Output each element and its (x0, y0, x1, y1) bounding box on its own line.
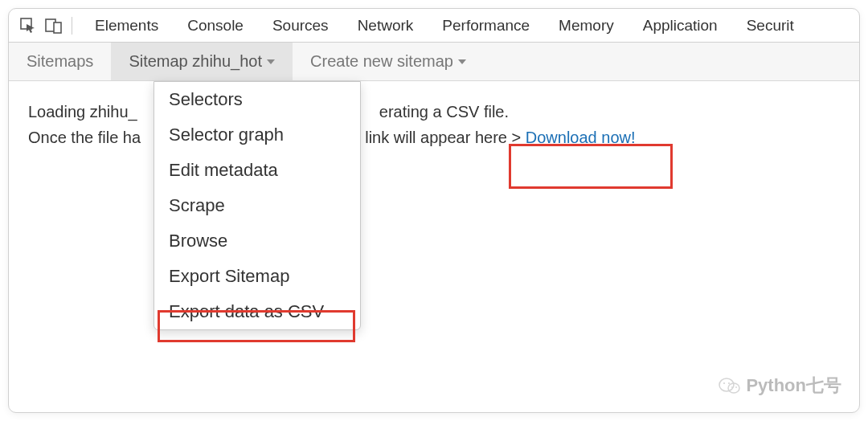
svg-point-7 (732, 386, 734, 388)
status-line-2: Once the file ha link will appear here >… (28, 125, 840, 150)
tab-security[interactable]: Securit (732, 9, 809, 42)
menu-item-export-csv[interactable]: Export data as CSV (154, 294, 360, 329)
tab-elements[interactable]: Elements (80, 9, 173, 42)
device-toggle-icon[interactable] (41, 18, 67, 34)
menu-item-label: Selector graph (169, 125, 284, 145)
tab-memory[interactable]: Memory (544, 9, 628, 42)
wechat-icon (719, 376, 741, 395)
ext-tab-label: Create new sitemap (310, 52, 453, 71)
extension-bar: Sitemaps Sitemap zhihu_hot Create new si… (9, 43, 859, 81)
caret-down-icon (458, 59, 466, 64)
tab-label: Securit (747, 17, 794, 35)
svg-point-8 (736, 386, 738, 388)
menu-item-edit-metadata[interactable]: Edit metadata (154, 153, 360, 188)
ext-tab-label: Sitemap zhihu_hot (129, 52, 262, 71)
devtools-panel: Elements Console Sources Network Perform… (8, 8, 860, 413)
menu-item-selector-graph[interactable]: Selector graph (154, 117, 360, 153)
sitemap-dropdown: Selectors Selector graph Edit metadata S… (154, 81, 361, 330)
ext-tab-label: Sitemaps (27, 52, 93, 71)
tab-label: Network (358, 17, 414, 35)
svg-point-6 (728, 382, 730, 384)
tab-label: Application (643, 17, 718, 35)
ext-tab-sitemaps[interactable]: Sitemaps (9, 43, 111, 80)
menu-item-export-sitemap[interactable]: Export Sitemap (154, 259, 360, 294)
watermark: Python七号 (719, 374, 841, 398)
menu-item-selectors[interactable]: Selectors (154, 82, 360, 117)
ext-tab-create[interactable]: Create new sitemap (293, 43, 484, 80)
svg-point-5 (723, 382, 725, 384)
tab-label: Elements (95, 17, 158, 35)
tab-performance[interactable]: Performance (428, 9, 544, 42)
text-fragment: Once the file ha (28, 129, 141, 146)
tab-network[interactable]: Network (343, 9, 428, 42)
menu-item-browse[interactable]: Browse (154, 223, 360, 259)
tab-sources[interactable]: Sources (258, 9, 343, 42)
text-fragment: erating a CSV file. (379, 103, 509, 121)
tab-console[interactable]: Console (173, 9, 258, 42)
inspect-icon[interactable] (15, 18, 41, 34)
status-line-1: Loading zhihu_ erating a CSV file. (28, 99, 840, 125)
svg-rect-2 (54, 22, 61, 33)
tab-label: Sources (272, 17, 329, 35)
menu-item-scrape[interactable]: Scrape (154, 188, 360, 223)
tab-label: Console (187, 17, 244, 35)
content-area: Loading zhihu_ erating a CSV file. Once … (9, 81, 859, 168)
menu-item-label: Browse (169, 231, 227, 251)
svg-point-3 (719, 378, 734, 391)
text-fragment: link will appear here > (365, 129, 521, 146)
watermark-text: Python七号 (746, 374, 841, 398)
tab-label: Performance (442, 17, 530, 35)
devtools-tabbar: Elements Console Sources Network Perform… (9, 9, 859, 43)
menu-item-label: Scrape (169, 195, 225, 215)
text-fragment: Loading zhihu_ (28, 103, 137, 121)
divider (72, 17, 72, 35)
ext-tab-sitemap-current[interactable]: Sitemap zhihu_hot (111, 43, 293, 80)
menu-item-label: Edit metadata (169, 160, 278, 180)
tab-label: Memory (559, 17, 614, 35)
caret-down-icon (267, 59, 275, 64)
menu-item-label: Export data as CSV (169, 301, 324, 321)
download-link[interactable]: Download now! (526, 129, 636, 146)
menu-item-label: Export Sitemap (169, 266, 289, 286)
menu-item-label: Selectors (169, 89, 243, 109)
tab-application[interactable]: Application (628, 9, 732, 42)
